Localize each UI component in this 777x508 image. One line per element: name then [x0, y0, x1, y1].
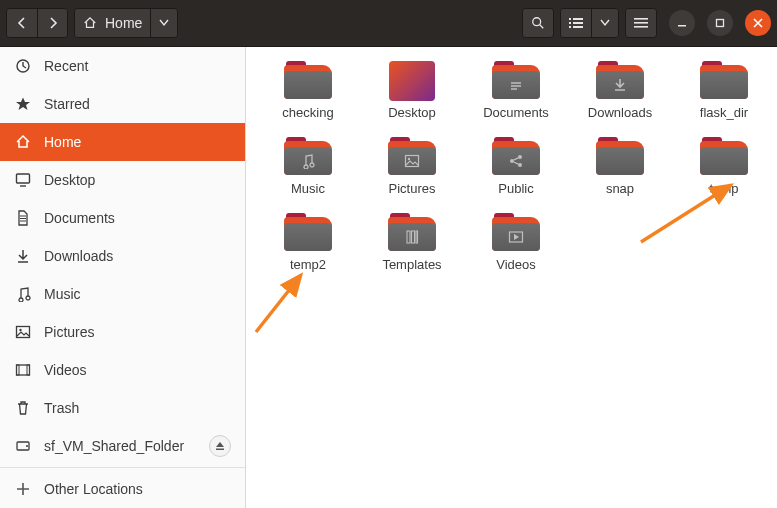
svg-rect-22	[406, 156, 419, 167]
folder-temp2[interactable]: temp2	[256, 209, 360, 285]
sidebar-divider	[0, 467, 245, 468]
hamburger-menu-button[interactable]	[626, 9, 656, 37]
sidebar-item-recent[interactable]: Recent	[0, 47, 245, 85]
folder-label: temp2	[286, 256, 330, 273]
search-icon	[531, 16, 545, 30]
folder-videos[interactable]: Videos	[464, 209, 568, 285]
svg-rect-2	[573, 18, 583, 20]
chevron-down-icon	[600, 19, 610, 27]
svg-rect-7	[634, 18, 648, 20]
folder-icon	[284, 213, 332, 253]
content-area[interactable]: checkingDesktopDocumentsDownloadsflask_d…	[246, 47, 777, 508]
sidebar-item-starred[interactable]: Starred	[0, 85, 245, 123]
folder-pictures[interactable]: Pictures	[360, 133, 464, 209]
folder-label: flask_dir	[696, 104, 752, 121]
sidebar-item-label: Downloads	[44, 248, 113, 264]
folder-icon	[492, 137, 540, 177]
sidebar-mount-sf_vm[interactable]: sf_VM_Shared_Folder	[0, 427, 245, 465]
disk-icon	[14, 438, 32, 454]
folder-label: Public	[494, 180, 537, 197]
sidebar-item-videos[interactable]: Videos	[0, 351, 245, 389]
desktop-wallpaper-icon	[389, 61, 435, 101]
folder-checking[interactable]: checking	[256, 57, 360, 133]
viewmode-button[interactable]	[561, 9, 591, 37]
sidebar-item-label: Trash	[44, 400, 79, 416]
eject-icon[interactable]	[209, 435, 231, 457]
folder-desktop[interactable]: Desktop	[360, 57, 464, 133]
search-button[interactable]	[523, 9, 553, 37]
sidebar-item-label: Documents	[44, 210, 115, 226]
svg-rect-18	[27, 365, 30, 375]
svg-point-23	[408, 158, 410, 160]
folder-icon	[284, 61, 332, 101]
folder-icon	[388, 213, 436, 253]
sidebar-item-documents[interactable]: Documents	[0, 199, 245, 237]
minimize-icon	[677, 18, 687, 28]
folder-temp[interactable]: temp	[672, 133, 776, 209]
folder-label: Downloads	[584, 104, 656, 121]
svg-point-24	[510, 159, 514, 163]
document-icon	[14, 210, 32, 226]
forward-button[interactable]	[37, 9, 67, 37]
home-icon	[83, 16, 97, 30]
location-bar: Home	[74, 8, 178, 38]
sidebar-other-locations[interactable]: Other Locations	[0, 470, 245, 508]
video-icon	[14, 362, 32, 378]
location-dropdown-button[interactable]	[150, 9, 177, 37]
folder-flask-dir[interactable]: flask_dir	[672, 57, 776, 133]
svg-rect-29	[416, 231, 418, 243]
music-icon	[14, 286, 32, 302]
svg-rect-9	[634, 26, 648, 28]
sidebar-item-trash[interactable]: Trash	[0, 389, 245, 427]
home-icon	[14, 134, 32, 150]
folder-icon	[596, 61, 644, 101]
sidebar-item-home[interactable]: Home	[0, 123, 245, 161]
sidebar-item-label: Recent	[44, 58, 88, 74]
folder-icon	[492, 61, 540, 101]
folder-downloads[interactable]: Downloads	[568, 57, 672, 133]
folder-icon	[492, 213, 540, 253]
folder-documents[interactable]: Documents	[464, 57, 568, 133]
maximize-icon	[715, 18, 725, 28]
svg-point-15	[19, 329, 21, 331]
download-icon	[14, 248, 32, 264]
folder-label: snap	[602, 180, 638, 197]
back-button[interactable]	[7, 9, 37, 37]
folder-music[interactable]: Music	[256, 133, 360, 209]
close-icon	[753, 18, 763, 28]
svg-rect-1	[569, 18, 571, 20]
folder-public[interactable]: Public	[464, 133, 568, 209]
svg-point-20	[26, 445, 28, 447]
window-maximize-button[interactable]	[707, 10, 733, 36]
sidebar-item-desktop[interactable]: Desktop	[0, 161, 245, 199]
svg-rect-8	[634, 22, 648, 24]
window-close-button[interactable]	[745, 10, 771, 36]
sidebar-item-music[interactable]: Music	[0, 275, 245, 313]
location-home-button[interactable]: Home	[75, 9, 150, 37]
folder-icon	[700, 61, 748, 101]
svg-point-26	[518, 163, 522, 167]
folder-label: Videos	[492, 256, 540, 273]
sidebar-other-locations-label: Other Locations	[44, 481, 143, 497]
folder-label: Documents	[479, 104, 553, 121]
svg-rect-17	[17, 365, 20, 375]
location-label: Home	[105, 15, 142, 31]
folder-snap[interactable]: snap	[568, 133, 672, 209]
viewmode-dropdown-button[interactable]	[591, 9, 618, 37]
folder-templates[interactable]: Templates	[360, 209, 464, 285]
sidebar-item-downloads[interactable]: Downloads	[0, 237, 245, 275]
chevron-down-icon	[159, 19, 169, 27]
menu-group	[625, 8, 657, 38]
folder-icon	[596, 137, 644, 177]
folder-label: checking	[278, 104, 337, 121]
sidebar-item-label: Music	[44, 286, 81, 302]
svg-point-25	[518, 155, 522, 159]
star-icon	[14, 96, 32, 112]
window-minimize-button[interactable]	[669, 10, 695, 36]
svg-rect-10	[678, 25, 686, 27]
sidebar-item-pictures[interactable]: Pictures	[0, 313, 245, 351]
picture-icon	[14, 324, 32, 340]
search-group	[522, 8, 554, 38]
desktop-icon	[14, 172, 32, 188]
folder-icon	[700, 137, 748, 177]
